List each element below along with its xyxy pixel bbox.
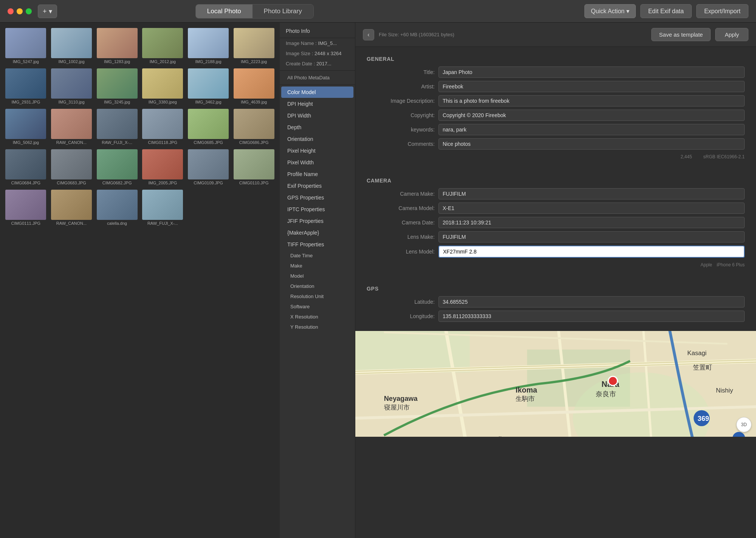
- photo-name: IMG_3110.jpg: [58, 100, 84, 104]
- sidebar-item-pixel-width[interactable]: Pixel Width: [281, 157, 353, 168]
- edit-exif-button[interactable]: Edit Exif data: [640, 4, 692, 18]
- photo-item[interactable]: IMG_3380.jpeg: [141, 67, 185, 106]
- photo-name: IMG_4639.jpg: [241, 100, 267, 104]
- photo-item[interactable]: RAW_CANON...: [50, 107, 94, 146]
- lens-model-input[interactable]: [438, 246, 745, 258]
- photo-item[interactable]: CIMG0685.JPG: [186, 107, 231, 146]
- export-import-button[interactable]: Export/Import: [696, 4, 748, 18]
- quick-action-button[interactable]: Quick Action ▾: [584, 4, 635, 18]
- photo-item[interactable]: CIMG0111.JPG: [4, 188, 48, 227]
- sidebar-item-exif-properties[interactable]: Exif Properties: [281, 180, 353, 192]
- camera-model-row: Camera Model:: [367, 203, 745, 214]
- sidebar-item-profile-name[interactable]: Profile Name: [281, 169, 353, 180]
- sidebar-sub-y-resolution[interactable]: Y Resolution: [280, 322, 355, 332]
- comments-input[interactable]: [438, 138, 745, 150]
- photo-item[interactable]: RAW_FUJI_X-...: [95, 107, 139, 146]
- photo-thumbnail: [51, 149, 92, 179]
- photo-name: CIMG0682.JPG: [102, 181, 132, 185]
- latitude-input[interactable]: [438, 296, 745, 308]
- photo-item[interactable]: IMG_1002.jpg: [50, 26, 94, 65]
- close-button[interactable]: [8, 8, 14, 14]
- photo-item[interactable]: IMG_1283.jpg: [95, 26, 139, 65]
- svg-text:Neyagawa: Neyagawa: [384, 395, 418, 402]
- photo-item[interactable]: CIMG0118.JPG: [141, 107, 185, 146]
- photo-item[interactable]: RAW_CANON...: [50, 188, 94, 227]
- photo-thumbnail: [142, 109, 183, 139]
- sidebar-item-gps-properties[interactable]: GPS Properties: [281, 192, 353, 203]
- map-svg: Neyagawa 寝屋川市 Ikoma 生駒市 Nara 奈良市 Yao 八尾市…: [355, 331, 756, 437]
- sidebar-sub-model[interactable]: Model: [280, 271, 355, 281]
- camera-make-input[interactable]: [438, 188, 745, 199]
- photo-item[interactable]: CIMG0109.JPG: [186, 148, 231, 187]
- image-desc-input[interactable]: [438, 95, 745, 107]
- photo-name: IMG_3462.jpg: [195, 100, 221, 104]
- tab-photo-library[interactable]: Photo Library: [253, 5, 313, 18]
- longitude-input[interactable]: [438, 311, 745, 322]
- sidebar-item-color-model[interactable]: Color Model: [281, 87, 353, 98]
- title-input[interactable]: [438, 66, 745, 78]
- photo-item[interactable]: RAW_FUJI_X-...: [141, 188, 185, 227]
- copyright-input[interactable]: [438, 110, 745, 121]
- photo-name: IMG_3380.jpeg: [149, 100, 177, 104]
- sidebar-item-pixel-height[interactable]: Pixel Height: [281, 145, 353, 156]
- keywords-input[interactable]: [438, 124, 745, 135]
- photo-name: IMG_1283.jpg: [104, 59, 130, 64]
- photo-item[interactable]: IMG_2012.jpg: [141, 26, 185, 65]
- add-button[interactable]: + ▾: [38, 5, 57, 18]
- photo-item[interactable]: IMG_3462.jpg: [186, 67, 231, 106]
- map-3d-button[interactable]: 3D: [736, 417, 751, 432]
- camera-date-input[interactable]: [438, 217, 745, 228]
- back-button[interactable]: ‹: [363, 29, 374, 40]
- tab-local-photo[interactable]: Local Photo: [196, 5, 253, 18]
- save-template-button[interactable]: Save as template: [651, 28, 711, 41]
- sidebar-item-maker-apple[interactable]: {MakerApple}: [281, 227, 353, 238]
- photo-name: IMG_2005.JPG: [148, 181, 177, 185]
- map-area[interactable]: Neyagawa 寝屋川市 Ikoma 生駒市 Nara 奈良市 Yao 八尾市…: [355, 331, 756, 437]
- photo-item[interactable]: IMG_2005.JPG: [141, 148, 185, 187]
- artist-input[interactable]: [438, 81, 745, 92]
- apply-button[interactable]: Apply: [715, 28, 748, 41]
- latitude-label: Latitude:: [367, 299, 435, 305]
- sidebar-item-depth[interactable]: Depth: [281, 122, 353, 133]
- photo-name: IMG_2931.JPG: [11, 100, 40, 104]
- sidebar-all-metadata[interactable]: All Photo MetaData: [281, 72, 353, 83]
- sidebar-sub-software[interactable]: Software: [280, 301, 355, 312]
- photo-item[interactable]: CIMG0110.JPG: [232, 148, 276, 187]
- title-label: Title:: [367, 69, 435, 75]
- sidebar-sub-x-resolution[interactable]: X Resolution: [280, 312, 355, 322]
- sidebar-item-dpi-width[interactable]: DPI Width: [281, 110, 353, 121]
- sidebar-sub-date-time[interactable]: Date Time: [280, 250, 355, 261]
- photo-item[interactable]: IMG_2931.JPG: [4, 67, 48, 106]
- photo-item[interactable]: IMG_5247.jpg: [4, 26, 48, 65]
- camera-model-input[interactable]: [438, 203, 745, 214]
- photo-item[interactable]: IMG_5062.jpg: [4, 107, 48, 146]
- photo-thumbnail: [188, 109, 229, 139]
- sidebar-sub-resolution-unit[interactable]: Resolution Unit: [280, 291, 355, 301]
- photo-item[interactable]: CIMG0684.JPG: [4, 148, 48, 187]
- title-row: Title:: [367, 66, 745, 78]
- photo-item[interactable]: IMG_3245.jpg: [95, 67, 139, 106]
- sidebar-item-jfif-properties[interactable]: JFIF Properties: [281, 215, 353, 227]
- sidebar-item-iptc-properties[interactable]: IPTC Properties: [281, 204, 353, 215]
- general-section: GENERAL Title: Artist: Image Description…: [355, 47, 756, 169]
- photo-item[interactable]: CIMG0686.JPG: [232, 107, 276, 146]
- photo-item[interactable]: IMG_3110.jpg: [50, 67, 94, 106]
- sidebar-sub-make[interactable]: Make: [280, 261, 355, 271]
- photo-item[interactable]: IMG_2223.jpg: [232, 26, 276, 65]
- longitude-label: Longitude:: [367, 313, 435, 319]
- fullscreen-button[interactable]: [26, 8, 32, 14]
- minimize-button[interactable]: [17, 8, 23, 14]
- photo-item[interactable]: CIMG0683.JPG: [50, 148, 94, 187]
- sidebar-item-orientation[interactable]: Orientation: [281, 133, 353, 145]
- svg-text:Nishiy: Nishiy: [716, 387, 733, 394]
- photo-item[interactable]: IMG_4639.jpg: [232, 67, 276, 106]
- photo-item[interactable]: IMG_2188.jpg: [186, 26, 231, 65]
- photo-item[interactable]: CIMG0682.JPG: [95, 148, 139, 187]
- photo-item[interactable]: calella.dng: [95, 188, 139, 227]
- sidebar-sub-orientation[interactable]: Orientation: [280, 281, 355, 291]
- sidebar-item-tiff-properties[interactable]: TIFF Properties: [281, 239, 353, 250]
- svg-text:生駒市: 生駒市: [516, 395, 535, 402]
- sidebar-item-dpi-height[interactable]: DPI Height: [281, 98, 353, 110]
- photo-thumbnail: [51, 190, 92, 220]
- lens-make-input[interactable]: [438, 231, 745, 243]
